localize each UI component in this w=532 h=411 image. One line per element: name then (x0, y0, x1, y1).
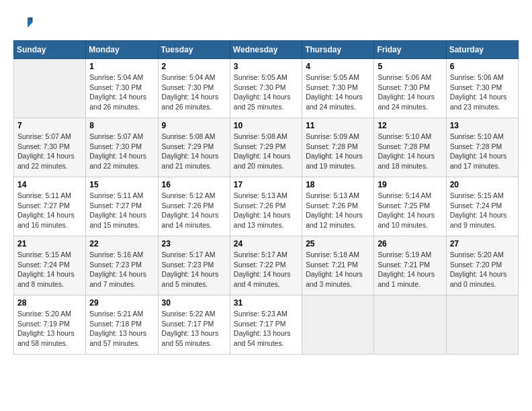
week-row: 28Sunrise: 5:20 AMSunset: 7:19 PMDayligh… (14, 295, 519, 355)
calendar-cell: 23Sunrise: 5:17 AMSunset: 7:23 PMDayligh… (158, 236, 230, 295)
calendar-cell: 27Sunrise: 5:20 AMSunset: 7:20 PMDayligh… (446, 236, 518, 295)
day-info: Sunrise: 5:12 AMSunset: 7:26 PMDaylight:… (162, 191, 226, 230)
calendar-cell: 28Sunrise: 5:20 AMSunset: 7:19 PMDayligh… (14, 295, 86, 355)
day-info: Sunrise: 5:13 AMSunset: 7:26 PMDaylight:… (306, 191, 370, 230)
day-number: 11 (306, 121, 370, 130)
day-number: 8 (89, 121, 154, 130)
header-day-monday: Monday (86, 41, 158, 59)
day-number: 23 (162, 239, 226, 248)
day-info: Sunrise: 5:07 AMSunset: 7:30 PMDaylight:… (89, 132, 154, 171)
day-number: 24 (234, 239, 298, 248)
calendar-cell: 4Sunrise: 5:05 AMSunset: 7:30 PMDaylight… (302, 59, 374, 118)
day-info: Sunrise: 5:18 AMSunset: 7:21 PMDaylight:… (306, 250, 370, 289)
week-row: 1Sunrise: 5:04 AMSunset: 7:30 PMDaylight… (14, 59, 519, 118)
header-day-wednesday: Wednesday (230, 41, 302, 59)
calendar-cell: 26Sunrise: 5:19 AMSunset: 7:21 PMDayligh… (374, 236, 446, 295)
day-info: Sunrise: 5:08 AMSunset: 7:29 PMDaylight:… (162, 132, 226, 171)
day-number: 26 (378, 239, 442, 248)
day-number: 31 (234, 298, 298, 308)
day-info: Sunrise: 5:15 AMSunset: 7:24 PMDaylight:… (17, 250, 82, 289)
header-day-tuesday: Tuesday (158, 41, 230, 59)
calendar-cell: 19Sunrise: 5:14 AMSunset: 7:25 PMDayligh… (374, 177, 446, 236)
calendar-body: 1Sunrise: 5:04 AMSunset: 7:30 PMDaylight… (14, 59, 519, 355)
day-number: 6 (450, 62, 515, 71)
calendar-cell: 17Sunrise: 5:13 AMSunset: 7:26 PMDayligh… (230, 177, 302, 236)
calendar-cell: 5Sunrise: 5:06 AMSunset: 7:30 PMDaylight… (374, 59, 446, 118)
day-info: Sunrise: 5:06 AMSunset: 7:30 PMDaylight:… (378, 73, 442, 112)
header-day-sunday: Sunday (14, 41, 86, 59)
header-day-friday: Friday (374, 41, 446, 59)
day-number: 3 (234, 62, 298, 71)
header-day-saturday: Saturday (446, 41, 518, 59)
day-info: Sunrise: 5:17 AMSunset: 7:23 PMDaylight:… (162, 250, 226, 289)
calendar-cell: 18Sunrise: 5:13 AMSunset: 7:26 PMDayligh… (302, 177, 374, 236)
day-number: 18 (306, 180, 370, 189)
day-info: Sunrise: 5:11 AMSunset: 7:27 PMDaylight:… (89, 191, 154, 230)
calendar-cell: 1Sunrise: 5:04 AMSunset: 7:30 PMDaylight… (86, 59, 158, 118)
day-number: 1 (89, 62, 154, 71)
calendar-cell: 24Sunrise: 5:17 AMSunset: 7:22 PMDayligh… (230, 236, 302, 295)
page-header (13, 13, 519, 34)
day-number: 15 (89, 180, 154, 189)
calendar-cell: 3Sunrise: 5:05 AMSunset: 7:30 PMDaylight… (230, 59, 302, 118)
day-info: Sunrise: 5:20 AMSunset: 7:19 PMDaylight:… (17, 309, 82, 349)
calendar-cell (14, 59, 86, 118)
calendar-table: SundayMondayTuesdayWednesdayThursdayFrid… (13, 40, 519, 355)
day-number: 7 (17, 121, 82, 130)
day-info: Sunrise: 5:21 AMSunset: 7:18 PMDaylight:… (89, 309, 154, 349)
calendar-header: SundayMondayTuesdayWednesdayThursdayFrid… (14, 41, 519, 59)
day-info: Sunrise: 5:16 AMSunset: 7:23 PMDaylight:… (89, 250, 154, 289)
day-info: Sunrise: 5:05 AMSunset: 7:30 PMDaylight:… (306, 73, 370, 112)
day-info: Sunrise: 5:19 AMSunset: 7:21 PMDaylight:… (378, 250, 442, 289)
calendar-cell: 16Sunrise: 5:12 AMSunset: 7:26 PMDayligh… (158, 177, 230, 236)
calendar-cell: 10Sunrise: 5:08 AMSunset: 7:29 PMDayligh… (230, 118, 302, 177)
calendar-cell (374, 295, 446, 355)
day-info: Sunrise: 5:11 AMSunset: 7:27 PMDaylight:… (17, 191, 82, 230)
day-number: 12 (378, 121, 442, 130)
day-number: 21 (17, 239, 82, 248)
day-number: 2 (162, 62, 226, 71)
day-number: 9 (162, 121, 226, 130)
day-number: 10 (234, 121, 298, 130)
day-info: Sunrise: 5:17 AMSunset: 7:22 PMDaylight:… (234, 250, 298, 289)
calendar-cell: 31Sunrise: 5:23 AMSunset: 7:17 PMDayligh… (230, 295, 302, 355)
day-number: 14 (17, 180, 82, 189)
logo (13, 13, 36, 34)
day-info: Sunrise: 5:10 AMSunset: 7:28 PMDaylight:… (378, 132, 442, 171)
week-row: 21Sunrise: 5:15 AMSunset: 7:24 PMDayligh… (14, 236, 519, 295)
day-info: Sunrise: 5:14 AMSunset: 7:25 PMDaylight:… (378, 191, 442, 230)
day-info: Sunrise: 5:05 AMSunset: 7:30 PMDaylight:… (234, 73, 298, 112)
calendar-cell: 2Sunrise: 5:04 AMSunset: 7:30 PMDaylight… (158, 59, 230, 118)
week-row: 7Sunrise: 5:07 AMSunset: 7:30 PMDaylight… (14, 118, 519, 177)
calendar-cell: 29Sunrise: 5:21 AMSunset: 7:18 PMDayligh… (86, 295, 158, 355)
day-info: Sunrise: 5:06 AMSunset: 7:30 PMDaylight:… (450, 73, 515, 112)
day-number: 29 (89, 298, 154, 308)
day-number: 13 (450, 121, 515, 130)
calendar-cell: 25Sunrise: 5:18 AMSunset: 7:21 PMDayligh… (302, 236, 374, 295)
calendar-cell: 9Sunrise: 5:08 AMSunset: 7:29 PMDaylight… (158, 118, 230, 177)
calendar-cell: 15Sunrise: 5:11 AMSunset: 7:27 PMDayligh… (86, 177, 158, 236)
calendar-cell: 7Sunrise: 5:07 AMSunset: 7:30 PMDaylight… (14, 118, 86, 177)
day-number: 28 (17, 298, 82, 308)
day-number: 30 (162, 298, 226, 308)
calendar-cell: 22Sunrise: 5:16 AMSunset: 7:23 PMDayligh… (86, 236, 158, 295)
day-info: Sunrise: 5:07 AMSunset: 7:30 PMDaylight:… (17, 132, 82, 171)
calendar-cell: 20Sunrise: 5:15 AMSunset: 7:24 PMDayligh… (446, 177, 518, 236)
day-info: Sunrise: 5:08 AMSunset: 7:29 PMDaylight:… (234, 132, 298, 171)
calendar-cell: 11Sunrise: 5:09 AMSunset: 7:28 PMDayligh… (302, 118, 374, 177)
calendar-cell: 14Sunrise: 5:11 AMSunset: 7:27 PMDayligh… (14, 177, 86, 236)
header-row: SundayMondayTuesdayWednesdayThursdayFrid… (14, 41, 519, 59)
calendar-cell (302, 295, 374, 355)
day-number: 5 (378, 62, 442, 71)
day-info: Sunrise: 5:22 AMSunset: 7:17 PMDaylight:… (162, 309, 226, 349)
calendar-cell: 30Sunrise: 5:22 AMSunset: 7:17 PMDayligh… (158, 295, 230, 355)
calendar-cell: 12Sunrise: 5:10 AMSunset: 7:28 PMDayligh… (374, 118, 446, 177)
calendar-cell: 21Sunrise: 5:15 AMSunset: 7:24 PMDayligh… (14, 236, 86, 295)
day-number: 27 (450, 239, 515, 248)
calendar-cell: 8Sunrise: 5:07 AMSunset: 7:30 PMDaylight… (86, 118, 158, 177)
day-info: Sunrise: 5:09 AMSunset: 7:28 PMDaylight:… (306, 132, 370, 171)
day-number: 22 (89, 239, 154, 248)
day-info: Sunrise: 5:13 AMSunset: 7:26 PMDaylight:… (234, 191, 298, 230)
day-info: Sunrise: 5:23 AMSunset: 7:17 PMDaylight:… (234, 309, 298, 349)
day-info: Sunrise: 5:15 AMSunset: 7:24 PMDaylight:… (450, 191, 515, 230)
